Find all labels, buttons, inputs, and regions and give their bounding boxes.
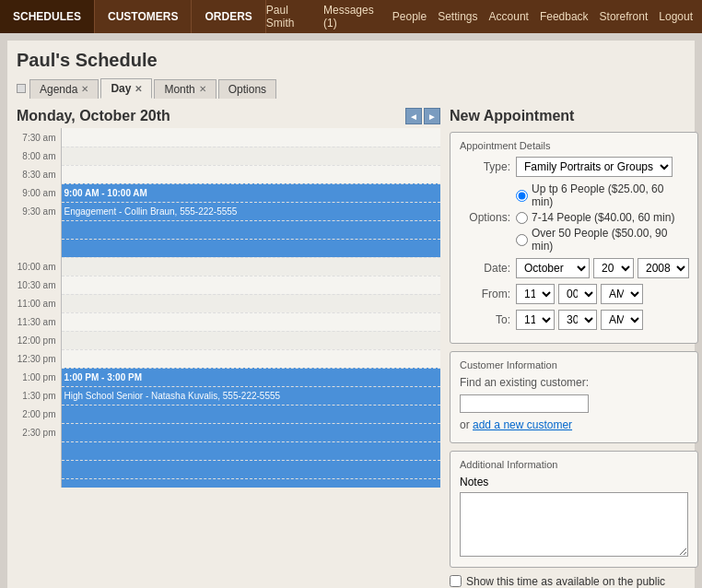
table-row: 12:00 pm <box>17 331 440 349</box>
date-year-select[interactable]: 200820092010 <box>638 258 689 278</box>
radio-option-0[interactable]: Up tp 6 People ($25.00, 60 min) <box>516 182 688 208</box>
radio-input-1[interactable] <box>516 212 528 224</box>
radio-input-0[interactable] <box>516 190 528 202</box>
table-row: 10:30 am <box>17 276 440 294</box>
checkbox-public-row: Show this time as available on the publi… <box>450 575 698 588</box>
nav-account[interactable]: Account <box>489 10 529 23</box>
nav-feedback[interactable]: Feedback <box>540 10 589 23</box>
table-row: 11:00 am <box>17 294 440 312</box>
from-hour-select[interactable]: 9101112 <box>516 284 555 304</box>
table-row <box>17 478 440 488</box>
nav-people[interactable]: People <box>392 10 427 23</box>
from-time-selects: 9101112 00153045 AMPM <box>516 284 643 304</box>
date-label: Date: <box>460 262 510 275</box>
table-row: 9:30 amEngagement - Collin Braun, 555-22… <box>17 202 440 220</box>
table-row: 11:30 am <box>17 312 440 331</box>
to-min-select[interactable]: 00153045 <box>558 310 597 330</box>
date-month-select[interactable]: JanuaryFebruaryMarch AprilMayJune JulyAu… <box>516 258 590 278</box>
find-customer-input[interactable] <box>460 394 589 413</box>
tab-day-close[interactable]: ✕ <box>135 84 142 94</box>
nav-settings[interactable]: Settings <box>438 10 477 23</box>
nav-arrows: ◄ ► <box>405 108 440 124</box>
to-label: To: <box>460 313 510 326</box>
table-row: 2:30 pm <box>17 423 440 441</box>
find-customer-input-row <box>460 394 688 413</box>
from-ampm-select[interactable]: AMPM <box>601 284 643 304</box>
type-row: Type: Family Portraits or Groups Individ… <box>460 157 688 177</box>
new-appt-panel: New Appointment Appointment Details Type… <box>450 108 698 588</box>
additional-info-section: Additional Information Notes <box>450 451 698 568</box>
nav-customers[interactable]: CUSTOMERS <box>95 0 192 33</box>
tab-options[interactable]: Options <box>218 79 276 99</box>
table-row <box>17 220 440 239</box>
nav-logout[interactable]: Logout <box>659 10 693 23</box>
table-row: 10:00 am <box>17 257 440 276</box>
from-row: From: 9101112 00153045 AMPM <box>460 284 688 304</box>
radio-input-2[interactable] <box>516 234 528 246</box>
table-row: 8:00 am <box>17 147 440 165</box>
nav-storefront[interactable]: Storefront <box>600 10 649 23</box>
find-customer-row: Find an existing customer: <box>460 376 688 389</box>
nav-schedules[interactable]: SCHEDULES <box>0 0 95 33</box>
notes-label: Notes <box>460 476 688 488</box>
checkbox-public[interactable] <box>450 575 462 587</box>
checkbox-public-label: Show this time as available on the publi… <box>466 575 698 588</box>
table-row: 8:30 am <box>17 165 440 183</box>
appt-details-section: Appointment Details Type: Family Portrai… <box>450 132 698 344</box>
options-radio-group: Up tp 6 People ($25.00, 60 min) 7-14 Peo… <box>516 182 688 253</box>
date-selects: JanuaryFebruaryMarch AprilMayJune JulyAu… <box>516 258 689 278</box>
main-content: Paul's Schedule Agenda ✕ Day ✕ Month ✕ O… <box>7 41 695 588</box>
radio-option-1[interactable]: 7-14 People ($40.00, 60 min) <box>516 211 688 224</box>
table-row <box>17 441 440 460</box>
page-title: Paul's Schedule <box>17 50 685 71</box>
new-appt-title: New Appointment <box>450 108 698 124</box>
table-row: 1:00 pm1:00 PM - 3:00 PM <box>17 368 440 386</box>
type-select[interactable]: Family Portraits or Groups Individual Po… <box>516 157 673 177</box>
tab-agenda-close[interactable]: ✕ <box>81 84 88 94</box>
from-label: From: <box>460 288 510 300</box>
appt-details-legend: Appointment Details <box>460 140 688 151</box>
table-row: 9:00 am9:00 AM - 10:00 AM <box>17 183 440 202</box>
tab-month[interactable]: Month ✕ <box>154 79 216 99</box>
top-nav-left: SCHEDULES CUSTOMERS ORDERS <box>0 0 266 33</box>
top-nav-right: Paul Smith Messages (1) People Settings … <box>266 4 702 29</box>
table-row: 2:00 pm <box>17 405 440 423</box>
table-row: 1:30 pmHigh School Senior - Natasha Kuva… <box>17 386 440 405</box>
additional-legend: Additional Information <box>460 459 688 470</box>
top-nav: SCHEDULES CUSTOMERS ORDERS Paul Smith Me… <box>0 0 702 33</box>
calendar-header: Monday, October 20th ◄ ► <box>17 108 440 124</box>
tab-agenda[interactable]: Agenda ✕ <box>29 79 99 99</box>
options-label: Options: <box>460 211 510 224</box>
nav-messages[interactable]: Messages (1) <box>323 4 381 29</box>
schedule-grid[interactable]: 7:30 am 8:00 am 8:30 am 9:00 am9:00 AM -… <box>17 128 440 488</box>
prev-day-button[interactable]: ◄ <box>405 108 422 124</box>
schedule-table: 7:30 am 8:00 am 8:30 am 9:00 am9:00 AM -… <box>17 128 440 488</box>
table-row: 12:30 pm <box>17 349 440 368</box>
tabs-bar: Agenda ✕ Day ✕ Month ✕ Options <box>17 78 685 99</box>
date-day-select[interactable]: 123 456 789 101112 131415 161718 192021 … <box>593 258 634 278</box>
add-new-customer-link[interactable]: add a new customer <box>473 418 572 431</box>
nav-orders[interactable]: ORDERS <box>192 0 265 33</box>
tab-month-close[interactable]: ✕ <box>199 84 206 94</box>
radio-option-2[interactable]: Over 50 People ($50.00, 90 min) <box>516 227 688 253</box>
type-label: Type: <box>460 160 510 173</box>
tab-bullet <box>17 84 26 93</box>
next-day-button[interactable]: ► <box>424 108 440 124</box>
to-hour-select[interactable]: 9101112 <box>516 310 555 330</box>
table-row <box>17 460 440 478</box>
to-ampm-select[interactable]: AMPM <box>601 310 643 330</box>
to-row: To: 9101112 00153045 AMPM <box>460 310 688 330</box>
date-row: Date: JanuaryFebruaryMarch AprilMayJune … <box>460 258 688 278</box>
notes-textarea[interactable] <box>460 492 688 557</box>
calendar-section: Monday, October 20th ◄ ► 7:30 am 8:00 am… <box>17 108 440 488</box>
calendar-heading: Monday, October 20th <box>17 108 405 124</box>
two-col-layout: Monday, October 20th ◄ ► 7:30 am 8:00 am… <box>17 108 685 588</box>
from-min-select[interactable]: 00153045 <box>558 284 597 304</box>
tab-day[interactable]: Day ✕ <box>100 78 152 99</box>
options-row: Options: Up tp 6 People ($25.00, 60 min)… <box>460 182 688 253</box>
nav-paul-smith[interactable]: Paul Smith <box>266 4 312 29</box>
customer-info-section: Customer Information Find an existing cu… <box>450 351 698 443</box>
table-row: 7:30 am <box>17 128 440 147</box>
table-row <box>17 239 440 257</box>
find-customer-label: Find an existing customer: <box>460 376 589 389</box>
